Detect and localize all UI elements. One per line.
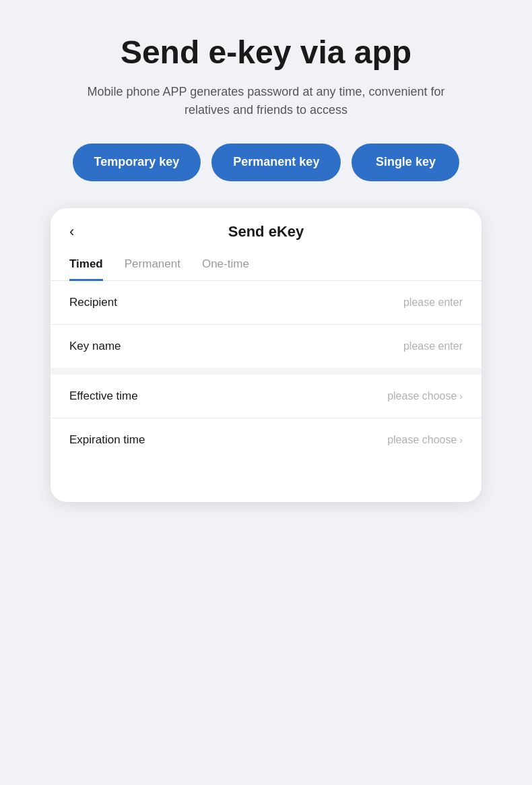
- tab-permanent[interactable]: Permanent: [125, 257, 180, 281]
- tab-timed[interactable]: Timed: [69, 257, 103, 281]
- key-name-label: Key name: [69, 340, 121, 353]
- form-section-time: Effective time please choose › Expiratio…: [51, 375, 481, 462]
- key-name-input[interactable]: please enter: [403, 340, 463, 352]
- expiration-time-value[interactable]: please choose ›: [387, 434, 463, 446]
- effective-time-row[interactable]: Effective time please choose ›: [51, 375, 481, 418]
- effective-time-label: Effective time: [69, 389, 138, 403]
- single-key-button[interactable]: Single key: [352, 144, 459, 181]
- section-divider: [51, 368, 481, 375]
- card-title: Send eKey: [228, 223, 304, 241]
- tab-one-time[interactable]: One-time: [202, 257, 249, 281]
- effective-time-chevron-icon: ›: [459, 391, 463, 402]
- send-ekey-card: ‹ Send eKey Timed Permanent One-time Rec…: [51, 208, 481, 502]
- recipient-row: Recipient please enter: [51, 281, 481, 325]
- permanent-key-button[interactable]: Permanent key: [211, 144, 341, 181]
- back-button[interactable]: ‹: [69, 224, 74, 239]
- recipient-label: Recipient: [69, 296, 117, 309]
- key-name-row: Key name please enter: [51, 325, 481, 368]
- expiration-time-placeholder: please choose: [387, 434, 457, 446]
- effective-time-value[interactable]: please choose ›: [387, 390, 463, 402]
- tab-bar: Timed Permanent One-time: [51, 245, 481, 281]
- recipient-input[interactable]: please enter: [403, 296, 463, 309]
- page-subtitle: Mobile phone APP generates password at a…: [71, 83, 461, 119]
- expiration-time-chevron-icon: ›: [459, 435, 463, 445]
- page-title: Send e-key via app: [121, 34, 411, 71]
- effective-time-placeholder: please choose: [387, 390, 457, 402]
- expiration-time-label: Expiration time: [69, 433, 145, 447]
- form-section-basic: Recipient please enter Key name please e…: [51, 281, 481, 368]
- expiration-time-row[interactable]: Expiration time please choose ›: [51, 418, 481, 462]
- card-header: ‹ Send eKey: [51, 208, 481, 239]
- temporary-key-button[interactable]: Temporary key: [73, 144, 201, 181]
- key-type-button-group: Temporary key Permanent key Single key: [73, 144, 460, 181]
- card-bottom-spacer: [51, 462, 481, 502]
